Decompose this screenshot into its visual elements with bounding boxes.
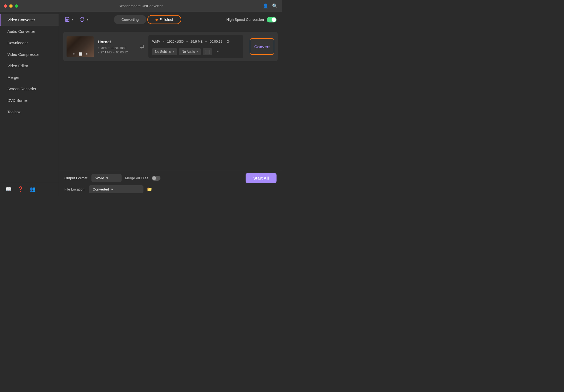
output-dot-2 bbox=[186, 41, 188, 42]
sidebar-item-screen-recorder[interactable]: Screen Recorder bbox=[0, 83, 59, 95]
sidebar-item-video-editor[interactable]: Video Editor bbox=[0, 60, 59, 72]
file-name: Hornet bbox=[98, 39, 136, 44]
window-controls bbox=[4, 4, 18, 8]
merge-toggle[interactable] bbox=[152, 176, 160, 181]
file-location-row: File Location: Converted ▾ 📁 bbox=[64, 185, 277, 193]
input-size: 27.1 MB bbox=[100, 51, 112, 54]
titlebar: Wondershare UniConverter 👤 🔍 bbox=[0, 0, 282, 12]
help-icon[interactable]: ❓ bbox=[18, 186, 24, 192]
start-all-button[interactable]: Start All bbox=[246, 173, 277, 183]
file-card: ✂ ⬜ ≡ Hornet MP4 1920×1080 bbox=[63, 32, 278, 61]
output-format-row: Output Format: WMV ▾ Merge All Files Sta… bbox=[64, 173, 277, 183]
thumbnail-controls: ✂ ⬜ ≡ bbox=[67, 52, 94, 56]
screen-button[interactable]: ⬛ bbox=[203, 48, 212, 55]
maximize-button[interactable] bbox=[15, 4, 18, 8]
toggle-knob bbox=[272, 18, 276, 22]
schedule-dropdown-icon: ▾ bbox=[87, 18, 88, 21]
sidebar-item-merger[interactable]: Merger bbox=[0, 72, 59, 83]
subtitle-label: No Subtitle bbox=[155, 50, 171, 54]
toolbar-tabs: Converting Finished bbox=[114, 15, 181, 24]
input-duration: 00:00:12 bbox=[116, 51, 128, 54]
sidebar: Video Converter Audio Converter Download… bbox=[0, 12, 59, 196]
output-info: WMV 1920×1080 29.9 MB 00:00:12 ⚙ No Subt… bbox=[148, 35, 243, 58]
convert-button[interactable]: Convert bbox=[250, 38, 274, 55]
output-bottom-controls: No Subtitle ▾ No Audio ▾ ⬛ ⋯ bbox=[152, 48, 239, 55]
bottom-bar: Output Format: WMV ▾ Merge All Files Sta… bbox=[59, 170, 282, 196]
output-format-label: Output Format: bbox=[64, 176, 88, 180]
output-dot-3 bbox=[205, 41, 207, 42]
schedule-button[interactable]: ⏱ ▾ bbox=[79, 16, 88, 23]
crop-icon[interactable]: ⬜ bbox=[79, 52, 82, 56]
file-location-select[interactable]: Converted ▾ bbox=[89, 185, 143, 193]
titlebar-icons: 👤 🔍 bbox=[263, 3, 278, 8]
users-icon[interactable]: 👥 bbox=[30, 186, 36, 192]
merge-knob bbox=[152, 176, 156, 180]
high-speed-toggle[interactable] bbox=[267, 17, 277, 22]
output-size: 29.9 MB bbox=[191, 40, 203, 44]
sidebar-item-video-compressor[interactable]: Video Compressor bbox=[0, 49, 59, 60]
file-meta: MP4 1920×1080 27.1 MB 00:00:12 bbox=[98, 46, 136, 54]
location-dropdown-arrow: ▾ bbox=[111, 187, 113, 191]
high-speed-label: High Speed Conversion bbox=[226, 18, 264, 22]
file-info: Hornet MP4 1920×1080 27.1 MB 00:00 bbox=[98, 39, 136, 54]
file-list: ✂ ⬜ ≡ Hornet MP4 1920×1080 bbox=[59, 27, 282, 170]
audio-dropdown-arrow: ▾ bbox=[197, 50, 198, 53]
file-meta-row-1: MP4 1920×1080 bbox=[98, 46, 136, 50]
output-format-value: WMV bbox=[95, 176, 104, 180]
subtitle-dropdown-arrow: ▾ bbox=[173, 50, 174, 53]
more-options-button[interactable]: ⋯ bbox=[214, 48, 221, 55]
output-duration: 00:00:12 bbox=[209, 40, 222, 44]
output-meta: WMV 1920×1080 29.9 MB 00:00:12 ⚙ bbox=[152, 38, 239, 45]
meta-dot-2 bbox=[108, 47, 110, 48]
file-location-label: File Location: bbox=[64, 187, 85, 191]
sidebar-item-downloader[interactable]: Downloader bbox=[0, 37, 59, 49]
user-icon[interactable]: 👤 bbox=[263, 3, 268, 8]
tab-finished[interactable]: Finished bbox=[147, 15, 181, 24]
sidebar-item-toolbox[interactable]: Toolbox bbox=[0, 106, 59, 118]
add-files-icon: 🖹 bbox=[64, 16, 70, 23]
add-files-dropdown-icon: ▾ bbox=[72, 18, 74, 21]
subtitle-dropdown[interactable]: No Subtitle ▾ bbox=[152, 48, 177, 55]
add-files-button[interactable]: 🖹 ▾ bbox=[64, 16, 74, 23]
output-format-select[interactable]: WMV ▾ bbox=[91, 174, 122, 182]
toolbar: 🖹 ▾ ⏱ ▾ Converting Finished High Speed C… bbox=[59, 12, 282, 27]
meta-dot-3 bbox=[98, 52, 99, 53]
output-resolution: 1920×1080 bbox=[167, 40, 183, 44]
merge-label: Merge All Files bbox=[125, 176, 148, 180]
output-format: WMV bbox=[152, 40, 160, 44]
finished-dot bbox=[156, 19, 158, 21]
output-dot-1 bbox=[163, 41, 164, 42]
book-icon[interactable]: 📖 bbox=[5, 186, 11, 192]
main-content: 🖹 ▾ ⏱ ▾ Converting Finished High Speed C… bbox=[59, 12, 282, 196]
meta-dot-4 bbox=[113, 52, 114, 53]
input-format: MP4 bbox=[100, 46, 107, 50]
sidebar-item-video-converter[interactable]: Video Converter bbox=[0, 14, 59, 26]
app-title: Wondershare UniConverter bbox=[119, 4, 163, 8]
output-settings-button[interactable]: ⚙ bbox=[225, 38, 231, 45]
effects-icon[interactable]: ≡ bbox=[86, 52, 87, 56]
file-thumbnail: ✂ ⬜ ≡ bbox=[67, 36, 94, 57]
file-meta-row-2: 27.1 MB 00:00:12 bbox=[98, 51, 136, 54]
tab-converting[interactable]: Converting bbox=[114, 15, 146, 24]
sidebar-item-dvd-burner[interactable]: DVD Burner bbox=[0, 95, 59, 106]
high-speed-conversion: High Speed Conversion bbox=[226, 17, 277, 22]
trim-icon[interactable]: ✂ bbox=[73, 52, 75, 56]
close-button[interactable] bbox=[4, 4, 7, 8]
file-location-value: Converted bbox=[93, 187, 109, 191]
open-folder-button[interactable]: 📁 bbox=[147, 187, 152, 192]
minimize-button[interactable] bbox=[9, 4, 13, 8]
sidebar-bottom: 📖 ❓ 👥 bbox=[0, 182, 59, 196]
search-icon[interactable]: 🔍 bbox=[272, 3, 278, 8]
convert-arrow-icon: ⇄ bbox=[140, 43, 145, 50]
clock-icon: ⏱ bbox=[79, 16, 85, 23]
meta-dot-1 bbox=[98, 47, 99, 48]
sidebar-item-audio-converter[interactable]: Audio Converter bbox=[0, 26, 59, 37]
input-resolution: 1920×1080 bbox=[111, 46, 126, 50]
format-dropdown-arrow: ▾ bbox=[106, 176, 108, 180]
audio-label: No Audio bbox=[182, 50, 195, 54]
audio-dropdown[interactable]: No Audio ▾ bbox=[179, 48, 201, 55]
